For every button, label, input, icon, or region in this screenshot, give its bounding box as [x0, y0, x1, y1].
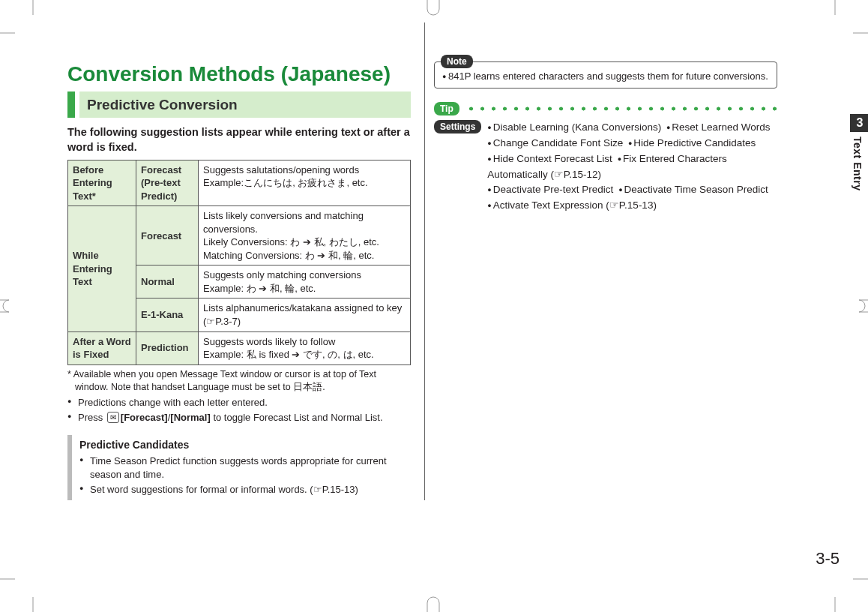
- cell-desc: Suggests only matching conversions Examp…: [199, 266, 411, 298]
- conversion-table: Before Entering Text* Forecast (Pre-text…: [67, 160, 411, 365]
- cell-desc: Lists alphanumerics/katakana assigned to…: [199, 298, 411, 332]
- intro-text: The following suggestion lists appear wh…: [67, 125, 411, 154]
- settings-item: Hide Context Forecast List: [487, 153, 612, 164]
- settings-item: Change Candidate Font Size: [487, 137, 623, 148]
- cell-mode: Normal: [136, 266, 199, 298]
- list-item: Time Season Predict function suggests wo…: [79, 454, 411, 481]
- settings-item: Deactivate Pre-text Predict: [487, 184, 613, 195]
- note-text: 841P learns entered characters and sugge…: [441, 70, 771, 83]
- section-header: Predictive Conversion: [67, 92, 411, 118]
- settings-body: Disable Learning (Kana Conversions) Rese…: [487, 120, 777, 214]
- settings-item: Hide Predictive Candidates: [628, 137, 756, 148]
- page-number: 3-5: [816, 548, 840, 570]
- chapter-number: 3: [850, 114, 868, 132]
- settings-item: Activate Text Expression (☞P.15-13): [487, 200, 657, 211]
- table-row: After a Word is Fixed Prediction Suggest…: [68, 332, 411, 364]
- tip-dots: [465, 106, 777, 111]
- settings-item: Reset Learned Words: [666, 122, 771, 133]
- cell-phase: Before Entering Text*: [68, 160, 136, 206]
- predictive-candidates-box: Predictive Candidates Time Season Predic…: [67, 435, 411, 501]
- settings-row: Settings Disable Learning (Kana Conversi…: [434, 120, 777, 214]
- table-row: Before Entering Text* Forecast (Pre-text…: [68, 160, 411, 206]
- chapter-label: Text Entry: [850, 136, 864, 190]
- cell-phase: After a Word is Fixed: [68, 332, 136, 364]
- cell-mode: Forecast (Pre-text Predict): [136, 160, 199, 206]
- cell-mode: Prediction: [136, 332, 199, 364]
- note-label: Note: [441, 55, 473, 68]
- tip-label: Tip: [434, 102, 459, 116]
- page-content: Conversion Methods (Japanese) Predictive…: [67, 22, 817, 578]
- cell-desc: Suggests words likely to follow Example:…: [199, 332, 411, 364]
- cell-mode: E-1-Kana: [136, 298, 199, 332]
- cell-desc: Lists likely conversions and matching co…: [199, 206, 411, 266]
- footnote-text: * Available when you open Message Text w…: [67, 369, 376, 392]
- left-column: Conversion Methods (Japanese) Predictive…: [67, 22, 411, 500]
- cell-mode: Forecast: [136, 206, 199, 266]
- cell-desc: Suggests salutations/opening words Examp…: [199, 160, 411, 206]
- section-stripe: [67, 92, 75, 118]
- notes-list: Predictions change with each letter ente…: [67, 396, 411, 424]
- footnote: * Available when you open Message Text w…: [67, 368, 411, 394]
- list-item: Press ✉[Forecast]/[Normal] to toggle For…: [67, 411, 411, 424]
- subbox-title: Predictive Candidates: [79, 438, 411, 452]
- subbox-list: Time Season Predict function suggests wo…: [79, 454, 411, 496]
- settings-item: Disable Learning (Kana Conversions): [487, 122, 661, 133]
- page-title: Conversion Methods (Japanese): [67, 60, 411, 88]
- cell-phase: While Entering Text: [68, 206, 136, 332]
- table-row: While Entering Text Forecast Lists likel…: [68, 206, 411, 266]
- settings-label: Settings: [434, 120, 481, 134]
- list-item: Set word suggestions for formal or infor…: [79, 483, 411, 496]
- note-box: Note 841P learns entered characters and …: [434, 62, 777, 88]
- section-label: Predictive Conversion: [79, 92, 411, 118]
- right-column: Note 841P learns entered characters and …: [424, 22, 777, 500]
- side-tab: 3 Text Entry: [850, 114, 868, 190]
- mail-key-icon: ✉: [107, 412, 119, 423]
- settings-item: Deactivate Time Season Predict: [618, 184, 768, 195]
- list-item: Predictions change with each letter ente…: [67, 396, 411, 410]
- tip-row: Tip: [434, 102, 777, 116]
